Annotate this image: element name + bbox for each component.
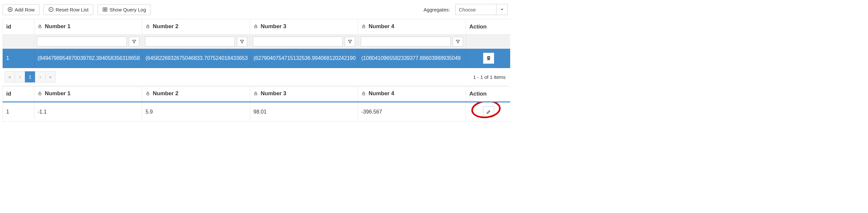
chevron-down-icon bbox=[496, 4, 507, 15]
unlock-icon bbox=[362, 91, 366, 96]
header-action: Action bbox=[466, 19, 510, 35]
filter-button-number1[interactable] bbox=[129, 37, 139, 47]
pager-next[interactable]: › bbox=[35, 71, 45, 83]
grid-locked: id Number 1 Number 2 Number 3 Number 4 A… bbox=[3, 19, 510, 68]
filter-button-number2[interactable] bbox=[237, 37, 247, 47]
lock-icon bbox=[253, 24, 258, 29]
svg-rect-19 bbox=[255, 93, 257, 95]
cell-id: 1 bbox=[3, 49, 34, 68]
header-action: Action bbox=[466, 86, 510, 102]
svg-marker-15 bbox=[348, 40, 352, 43]
svg-marker-14 bbox=[240, 40, 244, 43]
cell-action bbox=[466, 102, 510, 122]
funnel-icon bbox=[456, 39, 460, 44]
pager-last[interactable]: » bbox=[45, 71, 56, 83]
cell-number2: 5.9 bbox=[142, 102, 250, 122]
cell-number3: 98.01 bbox=[250, 102, 358, 122]
svg-rect-18 bbox=[147, 93, 149, 95]
lock-icon bbox=[38, 24, 42, 29]
reset-icon: R bbox=[49, 7, 54, 12]
cell-number2: (6458226932675046833.707524018433653 bbox=[142, 49, 250, 68]
aggregates-value: Choose bbox=[456, 7, 496, 12]
header-number1[interactable]: Number 1 bbox=[34, 19, 142, 35]
svg-marker-13 bbox=[132, 40, 136, 43]
filter-input-number1[interactable] bbox=[37, 37, 127, 47]
plus-circle-icon bbox=[7, 7, 13, 12]
header-number1[interactable]: Number 1 bbox=[34, 86, 142, 102]
edit-button[interactable] bbox=[483, 106, 494, 118]
pager-first[interactable]: « bbox=[5, 71, 15, 83]
unlock-icon bbox=[38, 91, 42, 96]
add-row-label: Add Row bbox=[15, 7, 35, 12]
header-number2[interactable]: Number 2 bbox=[142, 86, 250, 102]
table-row[interactable]: 1 (8494798954870039782.384058356318658 (… bbox=[3, 49, 510, 68]
filter-button-number4[interactable] bbox=[453, 37, 463, 47]
show-query-log-label: Show Query Log bbox=[110, 7, 146, 12]
funnel-icon bbox=[240, 39, 244, 44]
header-row: id Number 1 Number 2 Number 3 Number 4 A… bbox=[3, 19, 510, 35]
pager-info: 1 - 1 of 1 items bbox=[473, 74, 506, 80]
pager-prev[interactable]: ‹ bbox=[15, 71, 25, 83]
aggregates-select[interactable]: Choose bbox=[455, 4, 507, 15]
cell-number4: -396.567 bbox=[358, 102, 466, 122]
cell-number1: (8494798954870039782.384058356318658 bbox=[34, 49, 142, 68]
grid-unlocked: id Number 1 Number 2 Number 3 Number 4 A… bbox=[3, 86, 510, 122]
funnel-icon bbox=[132, 39, 136, 44]
filter-input-number4[interactable] bbox=[361, 37, 451, 47]
delete-button[interactable] bbox=[483, 53, 494, 64]
filter-input-number2[interactable] bbox=[145, 37, 235, 47]
pager-page-1[interactable]: 1 bbox=[25, 71, 35, 83]
header-number4[interactable]: Number 4 bbox=[358, 86, 466, 102]
reset-row-list-button[interactable]: R Reset Row List bbox=[43, 4, 94, 15]
svg-rect-10 bbox=[147, 26, 149, 28]
lock-icon bbox=[146, 24, 150, 29]
svg-marker-16 bbox=[456, 40, 460, 43]
header-number3[interactable]: Number 3 bbox=[250, 19, 358, 35]
header-number4[interactable]: Number 4 bbox=[358, 19, 466, 35]
show-query-log-button[interactable]: Show Query Log bbox=[97, 4, 151, 15]
cell-number3: (6279040754715132536.994068120242190 bbox=[250, 49, 358, 68]
svg-rect-12 bbox=[363, 26, 365, 28]
cell-action bbox=[466, 49, 510, 68]
header-id[interactable]: id bbox=[3, 86, 34, 102]
header-row: id Number 1 Number 2 Number 3 Number 4 A… bbox=[3, 86, 510, 102]
lock-icon bbox=[362, 24, 366, 29]
table-row[interactable]: 1 -1.1 5.9 98.01 -396.567 bbox=[3, 102, 510, 122]
toolbar: Add Row R Reset Row List Show Query Log … bbox=[3, 3, 507, 19]
cell-id: 1 bbox=[3, 102, 34, 122]
cell-number4: (1080410965582339377.88603988935049 bbox=[358, 49, 466, 68]
funnel-icon bbox=[348, 39, 352, 44]
svg-text:R: R bbox=[50, 8, 52, 11]
header-number2[interactable]: Number 2 bbox=[142, 19, 250, 35]
cell-number1: -1.1 bbox=[34, 102, 142, 122]
add-row-button[interactable]: Add Row bbox=[3, 4, 39, 15]
svg-rect-11 bbox=[255, 26, 257, 28]
filter-row bbox=[3, 35, 510, 49]
reset-row-list-label: Reset Row List bbox=[56, 7, 89, 12]
aggregates-label: Aggregates: bbox=[424, 7, 450, 12]
unlock-icon bbox=[253, 91, 258, 96]
header-id[interactable]: id bbox=[3, 19, 34, 35]
trash-icon bbox=[486, 56, 491, 61]
pencil-icon bbox=[486, 109, 491, 115]
unlock-icon bbox=[146, 91, 150, 96]
svg-rect-20 bbox=[363, 93, 365, 95]
filter-input-number3[interactable] bbox=[253, 37, 343, 47]
svg-rect-17 bbox=[39, 93, 41, 95]
header-number3[interactable]: Number 3 bbox=[250, 86, 358, 102]
list-icon bbox=[102, 7, 107, 12]
pager-bar: « ‹ 1 › » 1 - 1 of 1 items bbox=[3, 68, 507, 86]
filter-button-number3[interactable] bbox=[345, 37, 355, 47]
svg-rect-9 bbox=[39, 26, 41, 28]
